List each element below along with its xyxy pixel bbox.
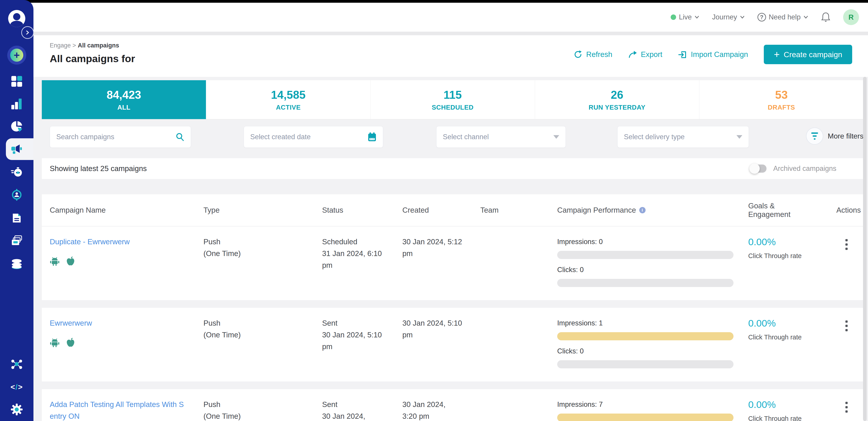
impressions-bar	[557, 251, 734, 259]
live-status-dot	[671, 14, 676, 20]
table-header: Campaign Name Type Status Created Team C…	[42, 194, 864, 226]
notifications-button[interactable]	[821, 12, 831, 22]
document-icon	[11, 212, 23, 224]
campaign-table-body: Duplicate - Ewrwerwerw Push (One Time)	[42, 226, 864, 421]
campaign-name-link[interactable]: Ewrwerwerw	[50, 317, 92, 329]
ctr-label: Click Through rate	[748, 413, 830, 421]
sidebar-nav: +	[0, 0, 33, 421]
brand-logo[interactable]	[8, 10, 25, 27]
col-team: Team	[480, 206, 557, 215]
tab-scheduled[interactable]: 115 SCHEDULED	[370, 80, 535, 119]
search-icon	[176, 132, 184, 141]
showing-count-text: Showing latest 25 campaigns	[50, 164, 147, 173]
android-icon	[50, 256, 60, 267]
tab-all[interactable]: 84,423 ALL	[42, 80, 206, 119]
created-line1: 30 Jan 2024, 5:10	[402, 317, 473, 329]
search-input[interactable]: Search campaigns	[50, 126, 191, 148]
type-line1: Push	[204, 317, 315, 329]
archived-campaigns-toggle[interactable]	[750, 164, 767, 173]
clicks-bar	[557, 279, 734, 287]
row-actions-menu[interactable]	[836, 317, 857, 331]
code-icon: </>	[10, 383, 23, 391]
dropdown-caret-icon	[553, 135, 559, 139]
environment-switcher[interactable]: Live	[671, 13, 700, 21]
sidebar-item-segments[interactable]	[0, 115, 33, 138]
android-icon	[50, 337, 60, 348]
clicks-label: Clicks: 0	[557, 264, 741, 276]
sidebar-create-button[interactable]: +	[7, 46, 26, 65]
user-avatar[interactable]: R	[843, 9, 859, 25]
apple-icon	[66, 337, 75, 348]
sidebar-item-flows[interactable]	[0, 161, 33, 184]
campaign-name-link[interactable]: Adda Patch Testing All Templates With S …	[50, 399, 188, 421]
status-line3: pm	[322, 259, 396, 271]
campaign-name-link[interactable]: Duplicate - Ewrwerwerw	[50, 236, 130, 248]
sidebar-item-data[interactable]	[0, 253, 33, 275]
campaign-count-tabs: 84,423 ALL 14,585 ACTIVE 115 SCHEDULED 2…	[42, 80, 864, 119]
row-actions-menu[interactable]	[836, 399, 857, 413]
tab-drafts[interactable]: 53 DRAFTS	[699, 80, 864, 119]
sidebar-item-campaigns[interactable]	[0, 138, 33, 160]
tab-active[interactable]: 14,585 ACTIVE	[206, 80, 370, 119]
status-line3: pm	[322, 341, 396, 353]
breadcrumb-separator: >	[72, 42, 76, 49]
export-icon	[628, 50, 637, 59]
delivery-type-select[interactable]: Select delivery type	[617, 126, 749, 148]
type-line2: (One Time)	[204, 329, 315, 341]
info-icon[interactable]: i	[639, 207, 646, 213]
col-created: Created	[402, 206, 480, 215]
topbar-divider	[33, 32, 868, 35]
col-goals: Goals & Engagement	[748, 201, 807, 219]
database-icon	[11, 258, 23, 270]
import-icon	[678, 50, 687, 59]
created-date-select[interactable]: Select created date	[244, 126, 383, 148]
sidebar-item-templates[interactable]	[0, 229, 33, 252]
ctr-value: 0.00%	[748, 399, 830, 410]
stopwatch-icon	[11, 167, 23, 179]
sidebar-expand-button[interactable]	[21, 26, 34, 39]
journey-menu[interactable]: Journey	[712, 13, 745, 21]
sidebar-item-integrations[interactable]	[0, 353, 33, 375]
sidebar-item-content[interactable]	[0, 207, 33, 229]
sidebar-item-developer[interactable]: </>	[0, 376, 33, 398]
breadcrumb-parent[interactable]: Engage	[50, 42, 71, 49]
status-line2: 31 Jan 2024, 6:10	[322, 248, 396, 259]
gear-icon	[11, 403, 23, 415]
type-line1: Push	[204, 399, 315, 410]
archived-campaigns-label: Archived campaigns	[773, 164, 836, 173]
sidebar-item-settings[interactable]	[0, 398, 33, 421]
sidebar-item-analytics[interactable]	[0, 93, 33, 115]
megaphone-icon	[11, 143, 23, 155]
import-campaign-button[interactable]: Import Campaign	[678, 50, 748, 59]
type-line2: (One Time)	[204, 248, 315, 259]
list-meta-band: Showing latest 25 campaigns Archived cam…	[42, 158, 864, 179]
refresh-button[interactable]: Refresh	[574, 50, 612, 59]
type-line1: Push	[204, 236, 315, 248]
sidebar-item-dashboard[interactable]	[0, 70, 33, 93]
status-line1: Sent	[322, 399, 396, 410]
filter-funnel-icon	[806, 127, 823, 144]
col-performance: Campaign Performance i	[557, 206, 748, 215]
export-button[interactable]: Export	[628, 50, 662, 59]
ctr-value: 0.00%	[748, 317, 830, 329]
status-line1: Scheduled	[322, 236, 396, 248]
status-line2: 30 Jan 2024,	[322, 410, 396, 421]
table-row: Adda Patch Testing All Templates With S …	[42, 389, 864, 421]
ctr-label: Click Through rate	[748, 331, 830, 343]
create-campaign-button[interactable]: + Create campaign	[764, 45, 852, 64]
impressions-bar	[557, 332, 734, 340]
tab-run-yesterday[interactable]: 26 RUN YESTERDAY	[535, 80, 699, 119]
dropdown-caret-icon	[737, 135, 742, 139]
type-line2: (One Time)	[204, 410, 315, 421]
top-bar: Live Journey ? Need help R	[33, 3, 868, 32]
channel-select[interactable]: Select channel	[436, 126, 566, 148]
impressions-bar	[557, 414, 734, 421]
col-actions: Actions	[836, 206, 864, 215]
need-help-menu[interactable]: ? Need help	[757, 13, 808, 22]
row-actions-menu[interactable]	[836, 236, 857, 250]
sidebar-item-audience[interactable]	[0, 184, 33, 206]
created-line2: pm	[402, 248, 473, 259]
page-scrollbar[interactable]	[863, 77, 867, 421]
more-filters-button[interactable]: More filters	[806, 127, 864, 144]
clicks-bar	[557, 360, 734, 368]
